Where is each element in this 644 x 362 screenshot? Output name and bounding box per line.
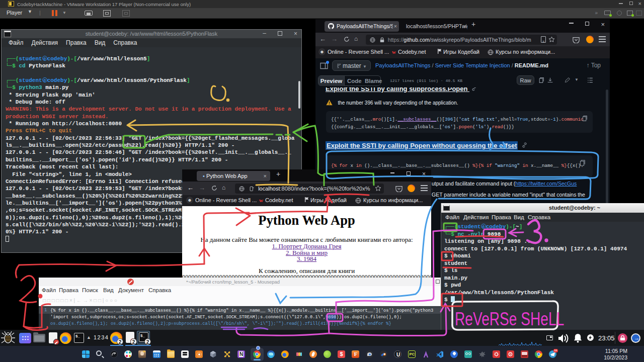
svg-text:ReVeRSe SHeLL: ReVeRSe SHeLL [455,308,564,329]
